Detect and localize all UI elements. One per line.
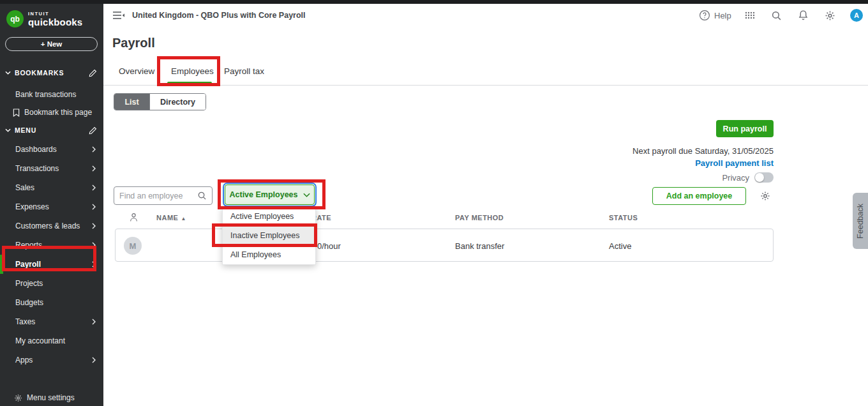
sidebar-item-label: Bank transactions (15, 90, 76, 99)
employee-row[interactable] (115, 229, 774, 262)
tab-payroll-tax[interactable]: Payroll tax (224, 66, 264, 76)
sidebar-item-reports[interactable]: Reports (0, 236, 103, 255)
privacy-control: Privacy (664, 172, 774, 183)
tab-overview[interactable]: Overview (119, 66, 154, 76)
privacy-toggle[interactable] (754, 172, 774, 183)
sidebar-item-label: Customers & leads (15, 222, 80, 230)
quickbooks-logo: qb INTUIT quickbooks (6, 10, 82, 27)
employee-filter-menu: Active Employees Inactive Employees All … (222, 206, 316, 265)
sidebar: qb INTUIT quickbooks + New BOOKMARKS Ban… (0, 4, 103, 406)
column-header-label: NAME (156, 214, 178, 222)
search-icon[interactable] (771, 10, 782, 21)
employee-search (114, 186, 213, 205)
help-icon (699, 10, 710, 21)
toggle-knob (755, 173, 764, 182)
sidebar-item-bank-transactions[interactable]: Bank transactions (0, 85, 103, 104)
sidebar-item-transactions[interactable]: Transactions (0, 159, 103, 178)
sidebar-item-label: Projects (15, 279, 43, 288)
filter-option-inactive-employees[interactable]: Inactive Employees (223, 226, 315, 245)
sidebar-item-label: Taxes (15, 317, 35, 326)
help-label: Help (714, 11, 731, 20)
top-dark-strip (0, 0, 868, 4)
employee-pay-method: Bank transfer (455, 241, 504, 251)
sidebar-item-label: My accountant (15, 336, 65, 345)
sidebar-item-bookmark-this-page[interactable]: Bookmark this page (0, 103, 103, 122)
run-payroll-button[interactable]: Run payroll (716, 120, 774, 137)
employee-filter-dropdown-button[interactable]: Active Employees (225, 184, 315, 205)
employee-avatar: M (124, 237, 142, 255)
column-header-pay-method[interactable]: PAY METHOD (455, 214, 504, 222)
menu-settings-label: Menu settings (27, 393, 75, 402)
bookmarks-header[interactable]: BOOKMARKS (0, 66, 103, 79)
sidebar-item-label: Payroll (15, 260, 41, 269)
view-toggle-list[interactable]: List (114, 94, 149, 110)
sidebar-item-sales[interactable]: Sales (0, 178, 103, 197)
chevron-right-icon (92, 223, 96, 229)
menu-settings-button[interactable]: Menu settings (14, 393, 75, 402)
employee-status: Active (609, 241, 631, 251)
chevron-right-icon (92, 184, 96, 191)
column-header-status[interactable]: STATUS (609, 214, 638, 222)
sidebar-item-label: Transactions (15, 164, 59, 173)
sidebar-item-projects[interactable]: Projects (0, 274, 103, 293)
sidebar-item-dashboards[interactable]: Dashboards (0, 140, 103, 159)
sidebar-item-label: Expenses (15, 202, 49, 211)
search-input[interactable] (119, 192, 195, 200)
sidebar-item-customers-leads[interactable]: Customers & leads (0, 216, 103, 236)
privacy-label: Privacy (722, 173, 749, 183)
sidebar-item-apps[interactable]: Apps (0, 350, 103, 370)
next-payroll-text: Next payroll due Saturday, 31/05/2025 (574, 146, 774, 156)
filter-option-active-employees[interactable]: Active Employees (223, 207, 315, 226)
feedback-tab[interactable]: Feedback (853, 193, 868, 249)
edit-bookmarks-icon[interactable] (89, 69, 97, 77)
chevron-down-icon (303, 193, 310, 197)
sidebar-item-my-accountant[interactable]: My accountant (0, 331, 103, 350)
active-tab-indicator (167, 82, 212, 84)
chevron-down-icon (5, 71, 11, 75)
column-header-name[interactable]: NAME▲ (156, 214, 186, 222)
bookmarks-header-label: BOOKMARKS (15, 69, 64, 77)
chevron-right-icon (92, 242, 96, 248)
new-button[interactable]: + New (5, 37, 98, 51)
person-icon (130, 213, 138, 222)
quickbooks-wordmark: quickbooks (28, 17, 82, 27)
quickbooks-payroll-page: qb INTUIT quickbooks + New BOOKMARKS Ban… (0, 0, 868, 406)
notifications-bell-icon[interactable] (798, 10, 809, 21)
feedback-label: Feedback (856, 204, 865, 239)
intuit-wordmark: INTUIT (28, 11, 82, 17)
payroll-payment-list-link[interactable]: Payroll payment list (574, 158, 774, 168)
tabs-divider (103, 85, 868, 86)
gear-icon (14, 394, 22, 402)
tab-employees[interactable]: Employees (171, 66, 214, 76)
employee-rate: 0/hour (317, 241, 341, 251)
collapse-sidebar-icon[interactable] (112, 11, 125, 20)
settings-gear-icon[interactable] (825, 10, 835, 21)
add-employee-button[interactable]: Add an employee (652, 187, 746, 205)
sidebar-item-label: Bookmark this page (24, 108, 92, 117)
search-icon[interactable] (197, 191, 207, 200)
chevron-right-icon (92, 165, 96, 172)
view-toggle-directory[interactable]: Directory (149, 94, 206, 110)
sidebar-item-label: Sales (15, 183, 34, 192)
menu-header[interactable]: MENU (0, 124, 103, 137)
apps-grid-icon[interactable] (745, 11, 755, 19)
edit-menu-icon[interactable] (89, 126, 97, 135)
quickbooks-logo-icon: qb (6, 10, 24, 27)
filter-option-all-employees[interactable]: All Employees (223, 245, 315, 264)
sidebar-item-taxes[interactable]: Taxes (0, 312, 103, 331)
chevron-down-icon (5, 128, 11, 132)
chevron-right-icon (92, 357, 96, 363)
active-item-indicator (0, 255, 3, 274)
menu-header-label: MENU (15, 126, 36, 134)
table-settings-gear-icon[interactable] (760, 191, 770, 201)
chevron-right-icon (92, 146, 96, 153)
user-avatar[interactable]: A (850, 9, 863, 22)
filter-selected-label: Active Employees (230, 190, 298, 199)
sidebar-item-budgets[interactable]: Budgets (0, 293, 103, 312)
sort-ascending-icon: ▲ (181, 216, 186, 222)
sidebar-item-payroll[interactable]: Payroll (0, 255, 103, 274)
sidebar-item-expenses[interactable]: Expenses (0, 197, 103, 216)
help-button[interactable]: Help (699, 10, 731, 21)
view-toggle: List Directory (114, 93, 206, 110)
sidebar-item-label: Reports (15, 241, 42, 250)
